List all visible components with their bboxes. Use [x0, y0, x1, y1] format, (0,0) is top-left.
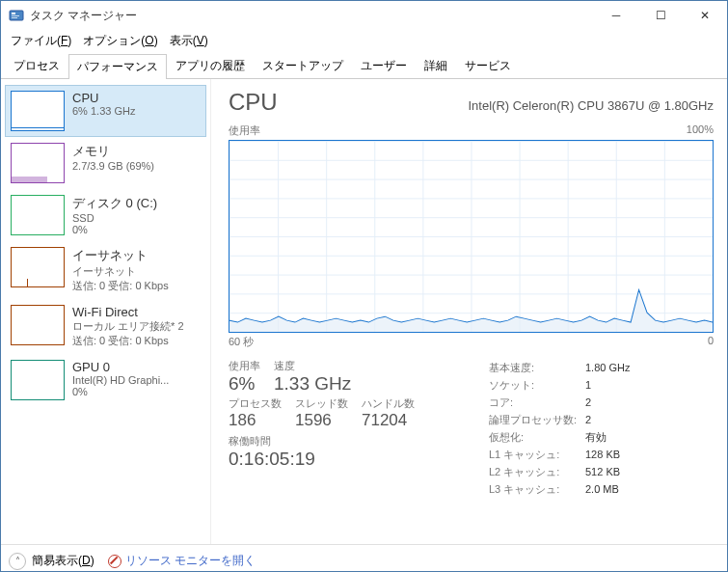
cpu-details: 基本速度:1.80 GHzソケット:1コア:2論理プロセッサ数:2仮想化:有効L…: [489, 359, 714, 498]
tabs: プロセスパフォーマンスアプリの履歴スタートアップユーザー詳細サービス: [1, 51, 727, 79]
window-title: タスク マネージャー: [30, 8, 594, 24]
uptime-label: 稼働時間: [229, 434, 489, 449]
detail-row: 論理プロセッサ数:2: [489, 411, 714, 428]
close-button[interactable]: ✕: [683, 1, 727, 30]
taskmgr-icon: [9, 8, 24, 23]
menubar: ファイル(F) オプション(O) 表示(V): [1, 30, 727, 51]
sidebar-item-eth[interactable]: イーサネットイーサネット送信: 0 受信: 0 Kbps: [5, 241, 206, 299]
minimize-button[interactable]: ─: [594, 1, 638, 30]
processes-label: プロセス数: [229, 396, 282, 411]
sidebar-item-disk[interactable]: ディスク 0 (C:)SSD0%: [5, 189, 206, 241]
tab-0[interactable]: プロセス: [5, 53, 68, 78]
menu-view[interactable]: 表示(V): [164, 31, 214, 51]
uptime-value: 0:16:05:19: [229, 449, 489, 470]
speed-value: 1.33 GHz: [274, 373, 351, 395]
titlebar: タスク マネージャー ─ ☐ ✕: [1, 1, 727, 30]
menu-options[interactable]: オプション(O): [77, 31, 163, 51]
usage-value: 6%: [229, 373, 260, 395]
tab-6[interactable]: サービス: [456, 53, 520, 78]
menu-file[interactable]: ファイル(F): [5, 31, 77, 51]
tab-5[interactable]: 詳細: [416, 53, 456, 78]
chart-label-100: 100%: [687, 123, 714, 138]
sidebar-item-mem[interactable]: メモリ2.7/3.9 GB (69%): [5, 137, 206, 189]
sidebar-item-label: GPU 0: [72, 360, 169, 374]
handles-value: 71204: [362, 411, 415, 430]
main-panel: CPU Intel(R) Celeron(R) CPU 3867U @ 1.80…: [211, 79, 727, 544]
sidebar-item-label: CPU: [72, 91, 135, 105]
eth-thumb-icon: [11, 247, 65, 287]
page-title: CPU: [229, 89, 278, 116]
wifi-thumb-icon: [11, 305, 65, 345]
detail-row: L1 キャッシュ:128 KB: [489, 446, 714, 463]
svg-rect-2: [12, 15, 19, 16]
threads-label: スレッド数: [295, 396, 348, 411]
threads-value: 1596: [295, 411, 348, 430]
sidebar-item-wifi[interactable]: Wi-Fi Directローカル エリア接続* 2送信: 0 受信: 0 Kbp…: [5, 299, 206, 354]
detail-row: 仮想化:有効: [489, 428, 714, 446]
resource-monitor-link[interactable]: リソース モニターを開く: [108, 553, 256, 569]
handles-label: ハンドル数: [362, 396, 415, 411]
detail-row: ソケット:1: [489, 376, 714, 394]
detail-row: 基本速度:1.80 GHz: [489, 359, 714, 376]
detail-row: コア:2: [489, 394, 714, 411]
svg-rect-1: [12, 13, 15, 14]
tab-4[interactable]: ユーザー: [352, 53, 416, 78]
fewer-details-link[interactable]: 簡易表示(D): [32, 553, 94, 569]
gpu-thumb-icon: [11, 360, 65, 400]
sidebar-item-label: メモリ: [72, 143, 154, 160]
detail-row: L2 キャッシュ:512 KB: [489, 463, 714, 480]
tab-3[interactable]: スタートアップ: [254, 53, 352, 78]
tab-1[interactable]: パフォーマンス: [68, 54, 167, 79]
footer: ˄ 簡易表示(D) リソース モニターを開く: [1, 544, 727, 572]
detail-row: L3 キャッシュ:2.0 MB: [489, 480, 714, 498]
maximize-button[interactable]: ☐: [638, 1, 683, 30]
sidebar-item-cpu[interactable]: CPU6% 1.33 GHz: [5, 85, 206, 137]
sidebar-item-label: ディスク 0 (C:): [72, 195, 157, 212]
disk-thumb-icon: [11, 195, 65, 235]
speed-label: 速度: [274, 359, 351, 373]
cpu-chart: [229, 140, 714, 333]
svg-rect-3: [12, 17, 17, 18]
tab-2[interactable]: アプリの履歴: [167, 53, 254, 78]
resmon-icon: [108, 555, 121, 568]
sidebar-item-label: イーサネット: [72, 247, 169, 264]
cpu-model: Intel(R) Celeron(R) CPU 3867U @ 1.80GHz: [468, 98, 714, 113]
chart-xaxis-left: 60 秒: [229, 335, 254, 349]
chevron-up-icon[interactable]: ˄: [9, 553, 26, 570]
chart-xaxis-right: 0: [708, 335, 714, 349]
chart-label-usage: 使用率: [229, 123, 260, 138]
sidebar-item-label: Wi-Fi Direct: [72, 305, 184, 319]
sidebar: CPU6% 1.33 GHzメモリ2.7/3.9 GB (69%)ディスク 0 …: [1, 79, 211, 544]
usage-label: 使用率: [229, 359, 260, 373]
processes-value: 186: [229, 411, 282, 430]
mem-thumb-icon: [11, 143, 65, 183]
sidebar-item-gpu[interactable]: GPU 0Intel(R) HD Graphi...0%: [5, 354, 206, 406]
cpu-thumb-icon: [11, 91, 65, 131]
